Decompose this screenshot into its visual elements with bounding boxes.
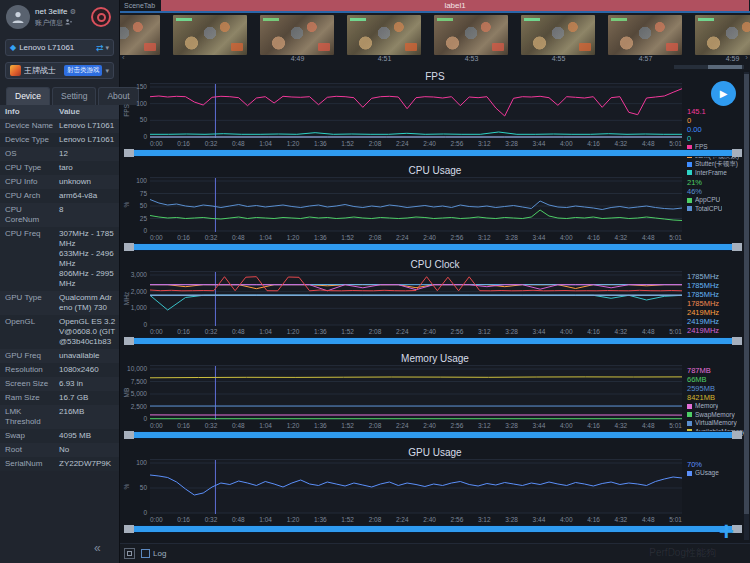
chart-scrollbar[interactable] (124, 525, 742, 533)
log-checkbox[interactable] (141, 549, 150, 558)
metric-value: 1785MHz (687, 281, 750, 290)
scrollbar-handle-right[interactable] (732, 337, 742, 345)
strip-right-arrow[interactable]: › (745, 53, 748, 62)
chart-svg (150, 84, 682, 138)
thumbnail[interactable] (695, 15, 750, 55)
y-tick: 0 (143, 415, 147, 422)
y-tick: 5,000 (131, 390, 147, 397)
sync-icon[interactable]: ⇄ (96, 43, 104, 53)
scrollbar-handle-left[interactable] (124, 525, 134, 533)
scrollbar-handle-left[interactable] (124, 431, 134, 439)
legend-swatch-icon (687, 412, 692, 417)
x-tick: 5:01 (669, 140, 682, 147)
chart-svg (150, 366, 682, 420)
scene-label-bar[interactable]: label1 (161, 0, 749, 11)
x-tick: 1:20 (287, 422, 300, 429)
chart-memory-usage: Memory UsageMB02,5005,0007,50010,000787M… (120, 352, 750, 446)
chart-scrollbar[interactable] (124, 337, 742, 345)
plot-canvas[interactable] (150, 365, 682, 419)
scene-tab[interactable]: SceneTab (120, 0, 161, 11)
chart-scrollbar[interactable] (124, 431, 742, 439)
scrollbar-handle-left[interactable] (124, 337, 134, 345)
x-tick: 1:20 (287, 516, 300, 523)
chart-scrollbar[interactable] (124, 243, 742, 251)
thumbnail[interactable] (521, 15, 595, 55)
value-cell: taro (57, 161, 119, 175)
chart-gpu-usage: GPU Usage%05010070%GUsage0:000:160:320:4… (120, 446, 750, 540)
gear-icon[interactable]: ⚙ (70, 8, 76, 15)
legend-swatch-icon (687, 198, 692, 203)
x-tick: 4:32 (615, 422, 628, 429)
play-button[interactable]: ▶ (711, 81, 736, 106)
plot-canvas[interactable] (150, 177, 682, 231)
y-axis-label: MB (123, 381, 130, 405)
thumbnail[interactable] (434, 15, 508, 55)
tab-device[interactable]: Device (6, 87, 50, 105)
info-cell: Resolution (0, 363, 57, 377)
bottom-bar: Log PerfDog性能狗 (120, 543, 750, 563)
column-header-value: Value (57, 105, 119, 119)
legend-item: TotalCPU (687, 205, 750, 214)
chart-title: CPU Clock (120, 258, 750, 271)
metric-value: 1785MHz (687, 299, 750, 308)
table-row: OS12 (0, 147, 119, 161)
record-button[interactable] (91, 7, 111, 27)
x-tick: 1:04 (259, 234, 272, 241)
table-row: LMK Threshold216MB (0, 405, 119, 429)
vertical-scroll-thumb[interactable] (744, 74, 749, 514)
screenshot-tool-button[interactable] (124, 548, 135, 559)
play-icon: ▶ (720, 88, 728, 99)
user-name: net 3elife ⚙ (35, 7, 91, 16)
device-selector[interactable]: ◆ Lenovo L71061 ⇄ ▾ (5, 39, 114, 56)
x-tick: 4:16 (587, 516, 600, 523)
thumbnail[interactable] (173, 15, 247, 55)
avatar[interactable] (6, 5, 30, 29)
x-tick: 1:36 (314, 516, 327, 523)
plot-canvas[interactable] (150, 271, 682, 325)
table-row: RootNo (0, 443, 119, 457)
x-axis: 0:000:160:320:481:041:201:361:522:082:24… (150, 419, 682, 431)
x-tick: 2:08 (369, 234, 382, 241)
thumbnail[interactable] (120, 15, 160, 55)
scrollbar-handle-right[interactable] (732, 149, 742, 157)
filmstrip-scrollbar[interactable] (674, 65, 744, 69)
scrollbar-handle-left[interactable] (124, 149, 134, 157)
legend-swatch-icon (687, 421, 692, 426)
metric-value: 1785MHz (687, 290, 750, 299)
plot-canvas[interactable] (150, 459, 682, 513)
value-cell: unknown (57, 175, 119, 189)
app-selector[interactable]: 王牌战士 射击类游戏 ▾ (5, 62, 114, 79)
filmstrip-scroll-thumb[interactable] (708, 65, 742, 69)
x-tick: 1:52 (341, 328, 354, 335)
sidebar-collapse-button[interactable]: « (94, 541, 101, 555)
legend-swatch-icon (687, 404, 692, 409)
record-icon (97, 13, 106, 22)
sidebar: net 3elife ⚙ 账户信息 ◆ Lenovo L71061 ⇄ ▾ 王牌… (0, 0, 120, 563)
scrollbar-handle-right[interactable] (732, 243, 742, 251)
strip-left-arrow[interactable]: ‹ (122, 53, 125, 62)
x-tick: 5:01 (669, 422, 682, 429)
table-row: Resolution1080x2460 (0, 363, 119, 377)
scrollbar-handle-right[interactable] (732, 431, 742, 439)
x-tick: 3:44 (533, 234, 546, 241)
thumbnail[interactable] (608, 15, 682, 55)
chart-scrollbar[interactable] (124, 149, 742, 157)
x-tick: 2:56 (451, 516, 464, 523)
vertical-scrollbar[interactable] (744, 72, 749, 540)
x-tick: 2:56 (451, 234, 464, 241)
value-cell: ZY22DW7P9K (57, 457, 119, 471)
scrollbar-handle-left[interactable] (124, 243, 134, 251)
x-tick: 2:56 (451, 140, 464, 147)
chart-right-panel: ▶145.100.000FPSJank(卡顿次数)Stutter(卡顿率)Int… (682, 83, 750, 137)
metric-value: 2419MHz (687, 326, 750, 335)
tab-setting[interactable]: Setting (52, 87, 96, 105)
table-header-row: Info Value (0, 105, 119, 119)
y-tick: 7,500 (131, 378, 147, 385)
x-tick: 0:00 (150, 328, 163, 335)
thumbnail[interactable] (347, 15, 421, 55)
thumbnail[interactable] (260, 15, 334, 55)
y-tick: 1,000 (131, 304, 147, 311)
plot-canvas[interactable] (150, 83, 682, 137)
account-info-link[interactable]: 账户信息 (35, 18, 91, 28)
add-chart-button[interactable]: + (719, 520, 734, 542)
